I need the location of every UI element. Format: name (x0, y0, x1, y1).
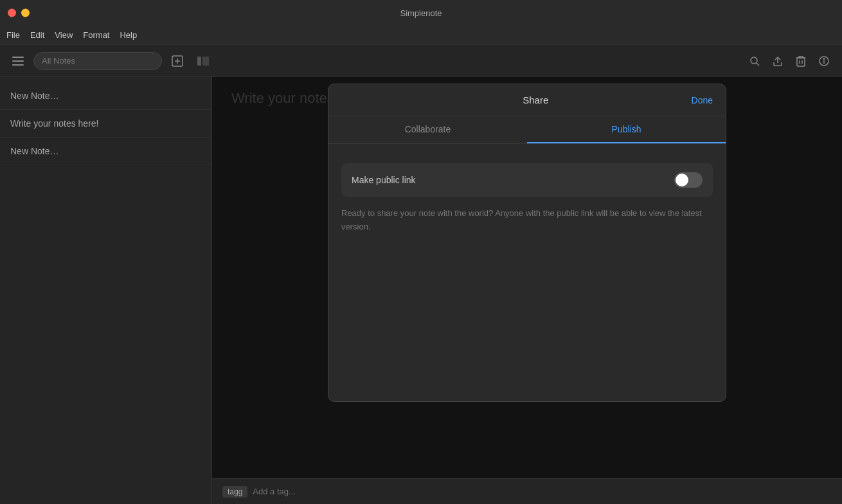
menu-file[interactable]: File (6, 30, 20, 40)
share-modal-title: Share (380, 94, 692, 105)
share-modal-body: Make public link Ready to share your not… (328, 144, 726, 401)
trash-icon[interactable] (791, 51, 811, 71)
share-done-button[interactable]: Done (692, 95, 713, 105)
sidebar: New Note… Write your notes here! New Not… (0, 77, 212, 504)
share-icon[interactable] (767, 51, 788, 71)
make-public-toggle[interactable] (674, 172, 703, 188)
close-button[interactable] (8, 9, 16, 17)
menu-edit[interactable]: Edit (30, 30, 44, 40)
new-note-icon[interactable] (167, 51, 188, 71)
tab-publish[interactable]: Publish (527, 116, 726, 143)
tab-collaborate[interactable]: Collaborate (328, 116, 527, 143)
svg-rect-1 (12, 60, 24, 62)
titlebar: Simplenote (0, 0, 842, 26)
menu-format[interactable]: Format (83, 30, 109, 40)
svg-point-8 (751, 57, 757, 64)
note-item-0[interactable]: New Note… (0, 82, 211, 110)
tag-badge[interactable]: tagg (222, 486, 247, 498)
toggle-knob (676, 174, 688, 186)
search-input[interactable] (42, 56, 154, 66)
sidebar-toggle-icon[interactable] (193, 51, 213, 71)
share-modal-header: Share Done (328, 84, 726, 116)
menu-help[interactable]: Help (120, 30, 137, 40)
tag-bar: tagg (212, 478, 842, 504)
info-icon[interactable] (814, 51, 834, 71)
share-tabs: Collaborate Publish (328, 116, 726, 144)
search-box[interactable] (33, 52, 162, 70)
minimize-button[interactable] (21, 9, 30, 17)
editor-content[interactable]: Write your notes here! Share Done Collab… (212, 77, 842, 478)
editor-area: Write your notes here! Share Done Collab… (212, 77, 842, 504)
svg-rect-2 (12, 64, 24, 66)
svg-rect-11 (797, 58, 805, 66)
menu-view[interactable]: View (55, 30, 73, 40)
svg-line-9 (757, 63, 759, 66)
svg-point-16 (823, 58, 825, 59)
main-layout: New Note… Write your notes here! New Not… (0, 77, 842, 504)
menubar: File Edit View Format Help (0, 26, 842, 45)
share-description: Ready to share your note with the world?… (341, 207, 713, 234)
toggle-row: Make public link (341, 163, 713, 197)
toggle-label: Make public link (352, 175, 416, 185)
toolbar (0, 45, 842, 77)
toolbar-right (744, 51, 834, 71)
svg-rect-7 (202, 57, 209, 66)
share-modal: Share Done Collaborate Publish Make publ… (328, 84, 726, 402)
tag-input[interactable] (253, 487, 361, 496)
note-item-1[interactable]: Write your notes here! (0, 110, 211, 138)
note-item-2[interactable]: New Note… (0, 138, 211, 165)
search-icon[interactable] (744, 51, 765, 71)
app-title: Simplenote (400, 8, 442, 18)
share-modal-overlay: Share Done Collaborate Publish Make publ… (212, 77, 842, 478)
traffic-lights (8, 9, 30, 17)
svg-rect-0 (12, 57, 24, 58)
svg-rect-6 (197, 57, 201, 66)
menu-toggle-icon[interactable] (8, 51, 28, 71)
